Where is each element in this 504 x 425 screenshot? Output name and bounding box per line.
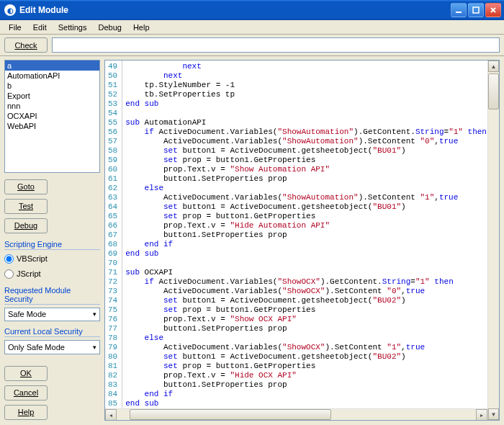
maximize-button[interactable] <box>468 3 484 17</box>
radio-vbscript[interactable]: VBScript <box>4 253 100 265</box>
scroll-thumb[interactable] <box>488 73 499 109</box>
scroll-right-icon[interactable]: ▸ <box>476 409 487 421</box>
radio-vbscript-input[interactable] <box>4 254 14 264</box>
window-titlebar: ◐ Edit Module <box>0 0 504 20</box>
list-item[interactable]: AutomationAPI <box>5 71 99 81</box>
horizontal-scrollbar[interactable]: ◂ ▸ <box>105 408 487 420</box>
menu-settings[interactable]: Settings <box>53 22 93 33</box>
current-security-label: Current Local Security <box>4 327 100 337</box>
list-item[interactable]: a <box>5 61 99 71</box>
window-title: Edit Module <box>19 5 451 15</box>
close-button[interactable] <box>485 3 501 17</box>
goto-button[interactable]: Goto <box>4 179 48 194</box>
list-item[interactable]: nnn <box>5 101 99 111</box>
minimize-button[interactable] <box>451 3 467 17</box>
list-item[interactable]: b <box>5 81 99 91</box>
scripting-engine-label: Scripting Engine <box>4 240 100 250</box>
scroll-down-icon[interactable]: ▼ <box>488 408 499 420</box>
help-button[interactable]: Help <box>4 405 48 420</box>
svg-rect-0 <box>456 12 462 13</box>
requested-security-label: Requested Module Security <box>4 286 100 305</box>
scroll-left-icon[interactable]: ◂ <box>105 409 117 421</box>
requested-security-select[interactable]: Safe Mode ▾ <box>4 308 100 321</box>
vertical-scrollbar[interactable]: ▲ ▼ <box>487 61 499 420</box>
menu-file[interactable]: File <box>3 22 27 33</box>
svg-rect-1 <box>473 7 479 13</box>
menu-debug[interactable]: Debug <box>92 22 127 33</box>
main-area: aAutomationAPIbExportnnnOCXAPIWebAPI Got… <box>0 56 504 425</box>
chevron-down-icon: ▾ <box>93 344 96 351</box>
line-gutter: 49 50 51 52 53 54 55 56 57 58 59 60 61 6… <box>105 61 122 420</box>
ok-button[interactable]: OK <box>4 366 48 381</box>
radio-jscript-input[interactable] <box>4 269 14 279</box>
test-button[interactable]: Test <box>4 199 48 214</box>
sidebar: aAutomationAPIbExportnnnOCXAPIWebAPI Got… <box>4 60 100 421</box>
check-button[interactable]: Check <box>4 37 48 53</box>
app-icon: ◐ <box>4 4 16 16</box>
current-security-select[interactable]: Only Safe Mode ▾ <box>4 340 100 354</box>
code-editor[interactable]: 49 50 51 52 53 54 55 56 57 58 59 60 61 6… <box>104 60 500 421</box>
list-item[interactable]: WebAPI <box>5 121 99 131</box>
list-item[interactable]: Export <box>5 91 99 101</box>
procedure-listbox[interactable]: aAutomationAPIbExportnnnOCXAPIWebAPI <box>4 60 100 173</box>
chevron-down-icon: ▾ <box>93 310 96 318</box>
debug-button[interactable]: Debug <box>4 218 48 233</box>
hscroll-thumb[interactable] <box>130 409 331 420</box>
scroll-up-icon[interactable]: ▲ <box>488 61 499 72</box>
check-button-label: Check <box>14 41 37 50</box>
menu-edit[interactable]: Edit <box>27 22 53 33</box>
toolbar: Check <box>0 35 504 56</box>
radio-jscript[interactable]: JScript <box>4 268 100 280</box>
code-content[interactable]: next next tp.StyleNumber = -1 tb.SetProp… <box>122 61 487 420</box>
toolbar-input[interactable] <box>52 37 500 53</box>
menu-help[interactable]: Help <box>127 22 156 33</box>
menubar: FileEditSettingsDebugHelp <box>0 20 504 35</box>
list-item[interactable]: OCXAPI <box>5 111 99 121</box>
cancel-button[interactable]: Cancel <box>4 385 48 401</box>
